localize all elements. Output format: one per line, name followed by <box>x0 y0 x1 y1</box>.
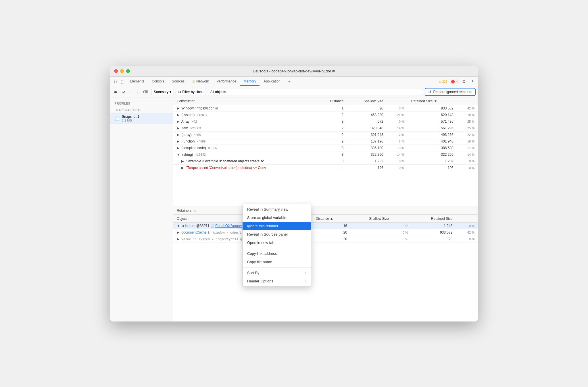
table-row[interactable]: ▶ (system) ×13817 2 463 280 21 % 620 148… <box>173 112 478 118</box>
expand-icon: ▶ <box>177 126 179 130</box>
shallow-size-cell: 20 <box>347 105 387 112</box>
retained-size-cell: 1 232 <box>408 158 457 165</box>
tab-bar: ⠿ ⬚ Elements Console Sources ⚠Network Pe… <box>110 77 478 87</box>
distance-cell: 3 <box>317 145 347 151</box>
constructor-table: Constructor Distance Shallow Size Retain… <box>173 97 478 172</box>
shallow-pct-cell: 14 % <box>387 125 408 132</box>
table-row[interactable]: ▶ documentCache in Window / cdpn.io @647… <box>173 229 478 236</box>
maximize-button[interactable] <box>126 69 130 73</box>
table-row[interactable]: ▶ " example 3 example 3: scattered objec… <box>173 158 478 165</box>
col-shallow-size: Shallow Size <box>347 97 387 105</box>
expand-icon: ▶ <box>177 113 179 117</box>
filter-button[interactable]: ⊘ Filter by class <box>176 89 206 95</box>
context-menu-item-label: Reveal in Sources panel <box>247 232 288 236</box>
retainers-header: Retainers ≡ <box>173 207 478 215</box>
ret-shallow-cell <box>351 223 392 229</box>
tab-sources[interactable]: Sources <box>168 78 188 86</box>
table-row[interactable]: ▶ value in system / PropertyCell @40163 … <box>173 236 478 242</box>
tab-elements[interactable]: Elements <box>126 78 148 86</box>
context-menu-item-store-global[interactable]: Store as global variable <box>243 213 311 222</box>
ret-shallow-pct: 0 % <box>392 236 412 242</box>
expand-icon: ▶ <box>177 230 179 234</box>
table-row[interactable]: ▶ Array ×42 3 672 0 % 571 436 25 % <box>173 118 478 125</box>
record-button[interactable]: ⏺ <box>112 89 119 95</box>
context-menu-item-label: Copy file name <box>247 260 272 264</box>
tab-bar-right: ⚠ 327 🔴 4 ⚙ ⋮ <box>439 78 476 85</box>
retainers-title: Retainers <box>177 209 191 213</box>
context-menu-item-label: Open in new tab <box>247 240 274 245</box>
tab-console[interactable]: Console <box>148 78 168 86</box>
tab-network[interactable]: ⚠Network <box>189 78 212 86</box>
submenu-arrow-icon: › <box>305 279 306 283</box>
device-icon-btn[interactable]: ⬚ <box>119 78 126 85</box>
close-button[interactable] <box>114 69 118 73</box>
context-menu-item-label: Copy link address <box>247 251 277 256</box>
retainer-link[interactable]: documentCache <box>181 230 206 234</box>
distance-cell: 3 <box>317 118 347 125</box>
context-menu-item-copy-link[interactable]: Copy link address <box>243 249 311 258</box>
scroll-icon: ≡ <box>194 208 196 213</box>
shallow-pct-cell: 15 % <box>387 145 408 151</box>
shallow-pct-cell: 0 % <box>387 158 408 165</box>
retained-size-cell: 322 260 <box>408 151 457 158</box>
inspect-icon-btn[interactable]: ⠿ <box>112 78 119 85</box>
constructor-cell: ▶ Array ×42 <box>173 118 317 125</box>
table-row[interactable]: ▶ Function ×4689 2 137 196 6 % 401 940 1… <box>173 138 478 145</box>
retained-pct-cell: 22 % <box>457 132 478 138</box>
shallow-size-cell: 391 948 <box>347 132 387 138</box>
heap-snapshots-label: HEAP SNAPSHOTS <box>110 106 173 113</box>
restore-ignored-retainers-button[interactable]: ↺ Restore ignored retainers <box>425 88 476 96</box>
ret-retained-pct: 0 % <box>456 236 478 242</box>
snapshot-item[interactable]: 📄 Snapshot 1 2.2 MB <box>110 113 173 124</box>
table-row[interactable]: ▶ "Torque assert 'Convert<uintptr>(endIn… <box>173 165 478 171</box>
col-distance: Distance <box>317 97 347 105</box>
tab-memory[interactable]: Memory <box>240 78 260 86</box>
ret-retained-pct: 0 % <box>456 223 478 229</box>
ret-col-distance: Distance ▲ <box>312 215 351 223</box>
tab-more[interactable]: » <box>285 78 293 86</box>
expand-icon: ▼ <box>177 153 180 157</box>
retained-size-cell: 571 436 <box>408 118 457 125</box>
tab-performance[interactable]: Performance <box>213 78 240 86</box>
context-menu-item-sort-by[interactable]: Sort By › <box>243 269 311 277</box>
download-button[interactable]: ↓ <box>135 89 140 95</box>
constructor-table-area: Constructor Distance Shallow Size Retain… <box>173 97 478 207</box>
table-row[interactable]: ▼ (string) ×16542 3 322 260 14 % 322 260… <box>173 151 478 158</box>
context-menu-item-header-options[interactable]: Header Options › <box>243 277 311 285</box>
filter-icon: ⊘ <box>178 90 181 94</box>
upload-button[interactable]: ↑ <box>128 89 133 95</box>
ret-retained-cell: 1 248 <box>412 223 456 229</box>
minimize-button[interactable] <box>120 69 124 73</box>
context-menu-item-copy-filename[interactable]: Copy file name <box>243 258 311 266</box>
context-menu-item-ignore-retainer[interactable]: Ignore this retainer <box>243 222 311 230</box>
shallow-pct-cell: 0 % <box>387 118 408 125</box>
context-menu-item-reveal-sources[interactable]: Reveal in Sources panel <box>243 230 311 238</box>
ret-shallow-pct: 0 % <box>392 229 412 236</box>
main-content: Profiles HEAP SNAPSHOTS 📄 Snapshot 1 2.2… <box>110 97 478 321</box>
retained-size-cell: 620 148 <box>408 112 457 118</box>
context-menu-item-label: Ignore this retainer <box>247 224 278 228</box>
stop-button[interactable]: ⊘ <box>121 89 127 95</box>
table-row[interactable]: ▶ Item ×20003 2 320 048 14 % 561 296 25 … <box>173 125 478 132</box>
ret-col-retained-pct <box>456 215 478 223</box>
context-menu-item-open-tab[interactable]: Open in new tab <box>243 238 311 247</box>
table-row[interactable]: ▶ (compiled code) ×7386 3 336 180 15 % 3… <box>173 145 478 151</box>
filter-label: Filter by class <box>182 90 203 94</box>
summary-dropdown[interactable]: Summary ▾ <box>151 89 174 95</box>
more-button[interactable]: ⋮ <box>469 78 476 85</box>
context-menu-item-reveal-summary[interactable]: Reveal in Summary view <box>243 205 311 213</box>
retained-pct-cell: 0 % <box>457 158 478 165</box>
retained-pct-cell: 42 % <box>457 105 478 112</box>
distance-cell: 3 <box>317 151 347 158</box>
filter-input[interactable] <box>208 89 423 95</box>
tab-application[interactable]: Application <box>260 78 284 86</box>
table-row[interactable]: ▼ x in Item @38071 ⬜ PoLdbOX?anon=true&v… <box>173 223 478 229</box>
clear-button[interactable]: ⌫ <box>141 89 149 95</box>
table-row[interactable]: ▶ Window / https://cdpn.io 1 20 0 % 933 … <box>173 105 478 112</box>
col-constructor: Constructor <box>173 97 317 105</box>
context-menu-divider <box>243 248 311 248</box>
expand-icon: ▶ <box>177 139 179 143</box>
settings-button[interactable]: ⚙ <box>461 78 467 85</box>
table-row[interactable]: ▶ (array) ×255 2 391 948 17 % 493 256 22… <box>173 132 478 138</box>
retained-size-cell: 196 <box>408 165 457 171</box>
